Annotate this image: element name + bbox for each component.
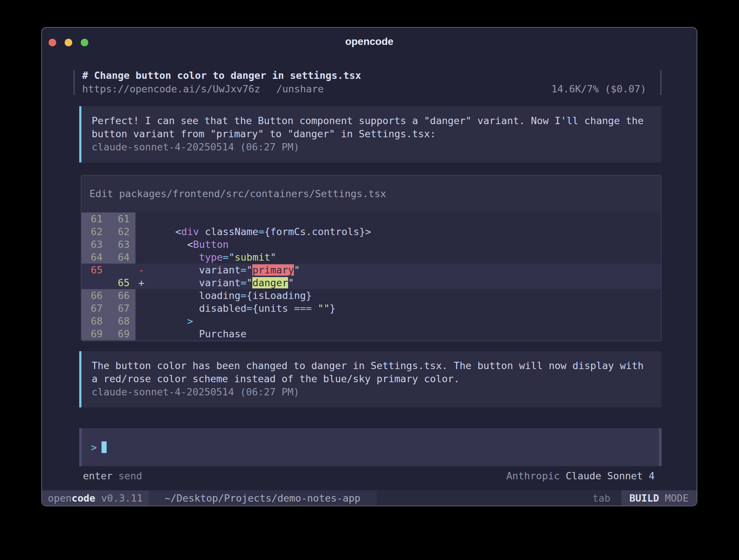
- text-cursor: [102, 441, 107, 453]
- share-url: https://opencode.ai/s/UwJxv76z: [82, 83, 260, 95]
- session-title: # Change button color to danger in setti…: [82, 70, 361, 81]
- app-name-code: code: [72, 492, 95, 504]
- model-timestamp: claude-sonnet-4-20250514 (06:27 PM): [92, 386, 651, 399]
- diff-code-line: loading={isLoading}: [152, 289, 661, 302]
- diff-change-marker: [135, 289, 152, 302]
- diff-code-line: disabled={units === ""}: [152, 302, 661, 315]
- diff-code-line: variant="primary": [152, 264, 661, 276]
- status-bar: opencode v0.3.11 ~/Desktop/Projects/demo…: [42, 490, 697, 506]
- diff-new-lineno: 67: [108, 302, 135, 315]
- diff-new-lineno: 66: [108, 289, 135, 302]
- assistant-message: Perfect! I can see that the Button compo…: [79, 106, 662, 162]
- diff-change-marker: [135, 212, 152, 225]
- diff-change-marker: [135, 327, 152, 340]
- diff-code-line: type="submit": [152, 251, 661, 264]
- diff-old-lineno: 68: [81, 315, 108, 327]
- diff-new-lineno: 68: [108, 315, 135, 327]
- diff-code-line: >: [152, 315, 661, 327]
- diff-old-lineno: 61: [81, 212, 108, 225]
- diff-old-lineno: 62: [81, 225, 108, 238]
- diff-change-marker: +: [135, 276, 152, 289]
- diff-old-lineno: 63: [81, 238, 108, 251]
- model-name: Claude Sonnet 4: [566, 470, 655, 482]
- session-header-left-rule: [73, 70, 75, 95]
- opencode-window: opencode # Change button color to danger…: [41, 27, 697, 506]
- assistant-message: The button color has been changed to dan…: [79, 351, 662, 407]
- hint-row: enter send Anthropic Claude Sonnet 4: [83, 470, 655, 482]
- mode-toggle-chip[interactable]: BUILD MODE: [621, 490, 697, 506]
- diff-grid: 61616262 <div className={formCs.controls…: [81, 212, 661, 340]
- message-text-line: button variant from "primary" to "danger…: [92, 127, 651, 141]
- diff-old-lineno: 64: [81, 251, 108, 264]
- session-header: # Change button color to danger in setti…: [73, 69, 662, 96]
- prompt-input[interactable]: >: [79, 428, 662, 466]
- diff-change-marker: [135, 302, 152, 315]
- diff-change-marker: -: [135, 264, 152, 276]
- mode-label: MODE: [665, 492, 689, 504]
- edit-tool-title: Edit packages/frontend/src/containers/Se…: [81, 176, 661, 200]
- diff-old-lineno: 65: [81, 264, 108, 276]
- prompt-symbol: >: [91, 442, 97, 453]
- diff-code-line: <div className={formCs.controls}>: [152, 225, 661, 238]
- diff-code-line: Purchase: [152, 327, 661, 340]
- mode-value: BUILD: [629, 492, 659, 504]
- session-header-right-rule: [660, 70, 662, 95]
- working-directory: ~/Desktop/Projects/demo-notes-app: [149, 490, 376, 506]
- diff-new-lineno: 65: [108, 276, 135, 289]
- diff-old-lineno: 67: [81, 302, 108, 315]
- model-provider: Anthropic: [506, 470, 560, 482]
- diff-code-line: [152, 212, 661, 225]
- diff-new-lineno: 64: [108, 251, 135, 264]
- enter-key-hint: enter: [83, 470, 112, 482]
- diff-new-lineno: [108, 264, 135, 276]
- unshare-command-hint: /unshare: [276, 83, 324, 95]
- message-text-line: a red/rose color scheme instead of the b…: [92, 372, 651, 386]
- diff-change-marker: [135, 315, 152, 327]
- diff-change-marker: [135, 225, 152, 238]
- diff-new-lineno: 69: [108, 327, 135, 340]
- send-action-hint: send: [118, 470, 142, 482]
- window-title: opencode: [42, 36, 697, 47]
- message-text-line: The button color has been changed to dan…: [92, 359, 651, 372]
- app-name-open: open: [48, 492, 72, 504]
- diff-new-lineno: 61: [108, 212, 135, 225]
- diff-new-lineno: 62: [108, 225, 135, 238]
- diff-change-marker: [135, 238, 152, 251]
- tab-key-hint: tab: [582, 490, 621, 506]
- diff-old-lineno: 66: [81, 289, 108, 302]
- message-text-line: Perfect! I can see that the Button compo…: [92, 114, 651, 127]
- edit-tool-card: Edit packages/frontend/src/containers/Se…: [81, 175, 662, 341]
- app-version: v0.3.11: [101, 492, 143, 504]
- app-version-chip: opencode v0.3.11: [42, 490, 149, 506]
- diff-change-marker: [135, 251, 152, 264]
- title-bar: opencode: [42, 28, 697, 48]
- diff-old-lineno: 69: [81, 327, 108, 340]
- diff-code-line: variant="danger": [152, 276, 661, 289]
- diff-code-line: <Button: [152, 238, 661, 251]
- diff-old-lineno: [81, 276, 108, 289]
- token-usage-cost: 14.6K/7% ($0.07): [551, 83, 646, 95]
- diff-new-lineno: 63: [108, 238, 135, 251]
- model-timestamp: claude-sonnet-4-20250514 (06:27 PM): [92, 141, 651, 154]
